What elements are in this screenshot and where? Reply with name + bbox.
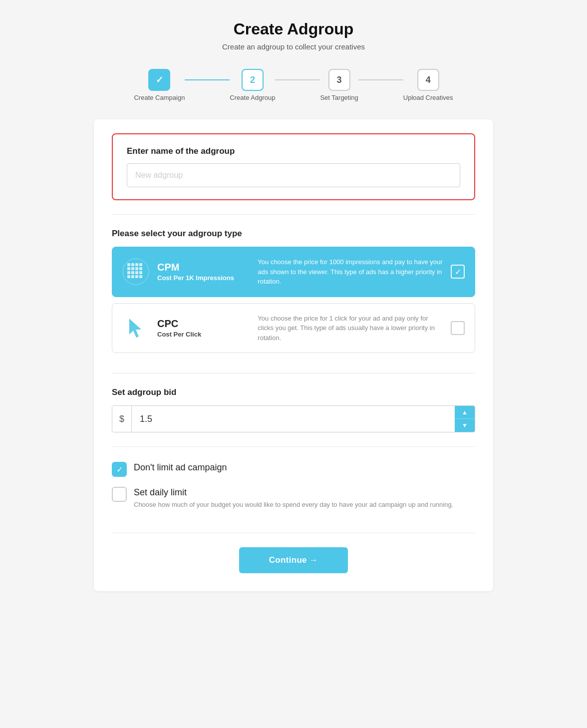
dont-limit-row: ✓ Don't limit ad campaign [112, 461, 475, 477]
dont-limit-label-wrapper: Don't limit ad campaign [134, 461, 227, 473]
step-1: ✓ Create Campaign [134, 69, 185, 101]
page-title: Create Adgroup [94, 20, 493, 38]
svg-rect-9 [127, 271, 130, 274]
svg-rect-12 [139, 271, 142, 274]
svg-rect-8 [139, 267, 142, 270]
daily-limit-checkbox[interactable] [112, 487, 127, 502]
name-section: Enter name of the adgroup [94, 119, 493, 214]
bid-input-wrapper: $ ▲ ▼ [112, 405, 475, 432]
svg-rect-3 [135, 263, 138, 266]
svg-rect-6 [131, 267, 134, 270]
cpm-name: CPM [157, 262, 250, 273]
bid-currency: $ [112, 406, 132, 432]
svg-marker-17 [129, 319, 141, 338]
daily-limit-label: Set daily limit [134, 486, 453, 498]
cpc-info: CPC Cost Per Click [157, 318, 250, 338]
daily-limit-label-wrapper: Set daily limit Choose how much of your … [134, 486, 453, 510]
svg-rect-1 [127, 263, 130, 266]
cpc-desc: You choose the price for 1 click for you… [258, 314, 443, 343]
cpm-desc: You choose the price for 1000 impression… [258, 257, 443, 287]
dont-limit-label: Don't limit ad campaign [134, 461, 227, 473]
name-section-inner: Enter name of the adgroup [112, 133, 475, 200]
svg-rect-4 [139, 263, 142, 266]
svg-rect-7 [135, 267, 138, 270]
continue-section: Continue → [94, 533, 493, 591]
dont-limit-checkbox[interactable]: ✓ [112, 462, 127, 477]
cpm-info: CPM Cost Per 1K Impressions [157, 262, 250, 282]
svg-rect-15 [135, 275, 138, 278]
main-card: Enter name of the adgroup Please select … [94, 119, 493, 591]
adgroup-name-input[interactable] [127, 163, 460, 187]
connector-3-4 [358, 79, 403, 80]
cpc-checkbox[interactable] [451, 321, 465, 335]
bid-down-button[interactable]: ▼ [455, 419, 475, 432]
svg-rect-11 [135, 271, 138, 274]
stepper: ✓ Create Campaign 2 Create Adgroup 3 Set… [94, 69, 493, 101]
step-4: 4 Upload Creatives [403, 69, 453, 101]
bid-up-button[interactable]: ▲ [455, 406, 475, 419]
cpm-checkbox[interactable]: ✓ [451, 265, 465, 279]
daily-limit-row: Set daily limit Choose how much of your … [112, 486, 475, 510]
svg-rect-13 [127, 275, 130, 278]
cpc-card[interactable]: CPC Cost Per Click You choose the price … [112, 303, 475, 354]
step-1-circle: ✓ [148, 69, 170, 91]
limit-section: ✓ Don't limit ad campaign Set daily limi… [94, 447, 493, 533]
step-2: 2 Create Adgroup [230, 69, 275, 101]
connector-1-2 [185, 79, 230, 80]
cpc-name: CPC [157, 318, 250, 330]
step-1-label: Create Campaign [134, 94, 185, 101]
step-2-label: Create Adgroup [230, 94, 275, 101]
connector-2-3 [275, 79, 320, 80]
continue-button[interactable]: Continue → [239, 547, 348, 573]
step-4-circle: 4 [417, 69, 439, 91]
bid-title: Set adgroup bid [112, 387, 475, 397]
cpc-sub: Cost Per Click [157, 331, 250, 338]
step-2-circle: 2 [242, 69, 264, 91]
bid-stepper: ▲ ▼ [455, 406, 475, 432]
bid-input[interactable] [132, 407, 455, 431]
svg-rect-5 [127, 267, 130, 270]
step-4-label: Upload Creatives [403, 94, 453, 101]
svg-rect-10 [131, 271, 134, 274]
type-section-title: Please select your adgroup type [112, 229, 475, 239]
cpc-icon [122, 315, 149, 342]
step-3-circle: 3 [328, 69, 350, 91]
daily-limit-desc: Choose how much of your budget you would… [134, 500, 453, 510]
cpm-card[interactable]: CPM Cost Per 1K Impressions You choose t… [112, 247, 475, 297]
name-label: Enter name of the adgroup [127, 146, 460, 156]
svg-rect-2 [131, 263, 134, 266]
svg-rect-14 [131, 275, 134, 278]
step-3-label: Set Targeting [320, 94, 358, 101]
svg-rect-16 [139, 275, 142, 278]
cpm-icon [122, 258, 149, 285]
adgroup-type-section: Please select your adgroup type [94, 215, 493, 373]
page-container: Create Adgroup Create an adgroup to coll… [94, 20, 493, 708]
step-3: 3 Set Targeting [320, 69, 358, 101]
cpm-sub: Cost Per 1K Impressions [157, 274, 250, 282]
page-subtitle: Create an adgroup to collect your creati… [94, 42, 493, 51]
bid-section: Set adgroup bid $ ▲ ▼ [94, 373, 493, 446]
